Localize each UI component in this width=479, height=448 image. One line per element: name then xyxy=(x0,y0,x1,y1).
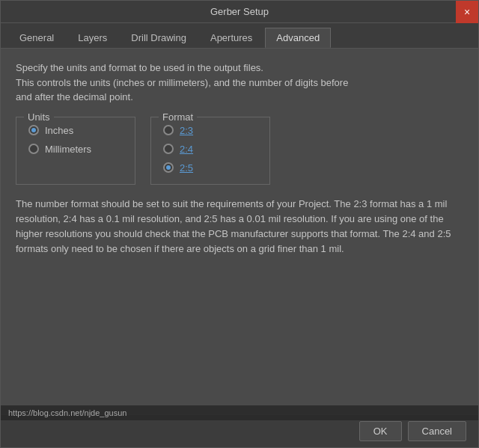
radio-25-label: 2:5 xyxy=(180,162,193,174)
radio-inches[interactable]: Inches xyxy=(28,125,123,136)
close-button[interactable]: × xyxy=(456,1,478,23)
radio-inches-dot xyxy=(31,128,36,132)
tab-general[interactable]: General xyxy=(8,28,65,48)
radio-24-indicator xyxy=(163,144,174,154)
description-line1: Specify the units and format to be used … xyxy=(16,62,263,73)
window: Gerber Setup × GeneralLayersDrill Drawin… xyxy=(0,0,479,448)
radio-inches-label: Inches xyxy=(45,125,73,136)
radio-millimeters[interactable]: Millimeters xyxy=(28,144,123,155)
format-panel: Format 2:3 2:4 2:5 xyxy=(150,117,270,185)
radio-25-dot xyxy=(166,165,171,170)
radio-format-23[interactable]: 2:3 xyxy=(163,125,257,136)
empty-area xyxy=(16,257,463,369)
info-text: The number format should be set to suit … xyxy=(16,197,463,257)
format-legend: Format xyxy=(159,111,197,123)
main-content: Specify the units and format to be used … xyxy=(1,49,478,414)
radio-mm-label: Millimeters xyxy=(45,144,91,155)
radio-25-indicator xyxy=(163,162,174,173)
panels: Units Inches Millimeters Format xyxy=(16,117,463,185)
description-line2: This controls the units (inches or milli… xyxy=(16,77,348,88)
tab-bar: GeneralLayersDrill DrawingAperturesAdvan… xyxy=(1,23,478,49)
description-text: Specify the units and format to be used … xyxy=(16,61,463,105)
radio-23-indicator xyxy=(163,125,174,135)
ok-button[interactable]: OK xyxy=(359,421,402,441)
cancel-button[interactable]: Cancel xyxy=(408,421,466,441)
radio-format-25[interactable]: 2:5 xyxy=(163,162,257,174)
radio-24-label: 2:4 xyxy=(180,144,193,155)
window-title: Gerber Setup xyxy=(210,6,269,17)
radio-mm-indicator xyxy=(28,144,39,154)
bottom-bar: https://blog.csdn.net/njde_gusun OK Canc… xyxy=(1,414,478,447)
units-panel: Units Inches Millimeters xyxy=(16,117,135,185)
tab-advanced[interactable]: Advanced xyxy=(265,28,331,48)
url-bar: https://blog.csdn.net/njde_gusun xyxy=(1,405,478,420)
units-legend: Units xyxy=(24,111,54,123)
title-bar: Gerber Setup × xyxy=(1,1,478,23)
description-line3: and after the decimal point. xyxy=(16,91,133,102)
tab-apertures[interactable]: Apertures xyxy=(199,28,263,48)
radio-23-label: 2:3 xyxy=(180,125,193,136)
radio-inches-indicator xyxy=(28,125,39,135)
tab-layers[interactable]: Layers xyxy=(67,28,118,48)
tab-drill-drawing[interactable]: Drill Drawing xyxy=(120,28,198,48)
radio-format-24[interactable]: 2:4 xyxy=(163,144,257,155)
